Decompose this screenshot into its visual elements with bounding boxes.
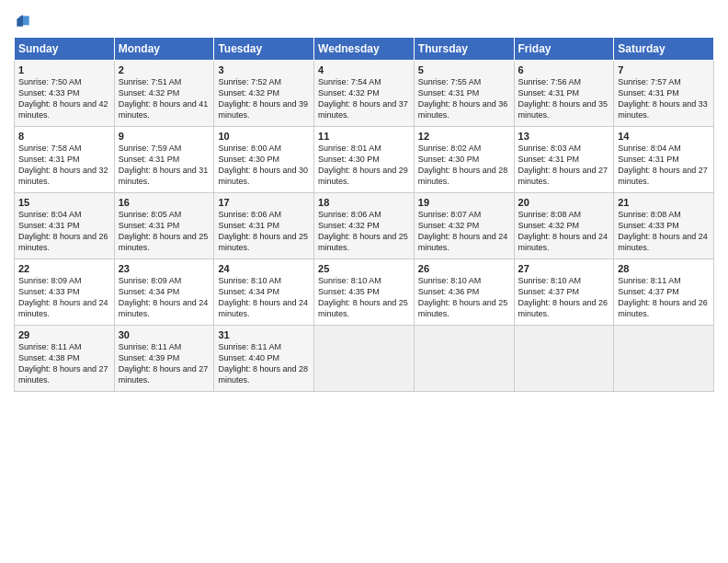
day-info: Sunrise: 8:07 AM Sunset: 4:32 PM Dayligh…	[418, 209, 510, 254]
logo-icon	[14, 13, 32, 31]
day-info: Sunrise: 7:58 AM Sunset: 4:31 PM Dayligh…	[18, 143, 110, 188]
day-cell: 18 Sunrise: 8:06 AM Sunset: 4:32 PM Dayl…	[314, 193, 415, 259]
day-cell: 4 Sunrise: 7:54 AM Sunset: 4:32 PM Dayli…	[314, 61, 415, 127]
day-cell: 10 Sunrise: 8:00 AM Sunset: 4:30 PM Dayl…	[214, 127, 314, 193]
day-cell	[314, 326, 415, 392]
day-cell	[614, 326, 714, 392]
day-number: 20	[518, 197, 610, 208]
day-info: Sunrise: 8:10 AM Sunset: 4:34 PM Dayligh…	[218, 275, 310, 320]
day-cell: 25 Sunrise: 8:10 AM Sunset: 4:35 PM Dayl…	[314, 259, 415, 326]
day-info: Sunrise: 7:56 AM Sunset: 4:31 PM Dayligh…	[518, 76, 610, 121]
day-cell: 26 Sunrise: 8:10 AM Sunset: 4:36 PM Dayl…	[414, 259, 514, 326]
day-number: 30	[119, 329, 210, 340]
day-info: Sunrise: 8:08 AM Sunset: 4:32 PM Dayligh…	[518, 209, 610, 254]
day-cell: 13 Sunrise: 8:03 AM Sunset: 4:31 PM Dayl…	[514, 127, 614, 193]
day-number: 27	[518, 263, 610, 274]
day-header-sunday: Sunday	[15, 38, 115, 61]
day-info: Sunrise: 8:04 AM Sunset: 4:31 PM Dayligh…	[618, 143, 710, 188]
week-row-3: 15 Sunrise: 8:04 AM Sunset: 4:31 PM Dayl…	[15, 193, 714, 259]
day-cell: 8 Sunrise: 7:58 AM Sunset: 4:31 PM Dayli…	[15, 127, 115, 193]
day-number: 25	[318, 263, 410, 274]
day-cell: 15 Sunrise: 8:04 AM Sunset: 4:31 PM Dayl…	[15, 193, 115, 259]
day-info: Sunrise: 8:11 AM Sunset: 4:37 PM Dayligh…	[618, 275, 710, 320]
day-info: Sunrise: 8:10 AM Sunset: 4:36 PM Dayligh…	[418, 275, 510, 320]
day-number: 1	[18, 64, 110, 75]
day-cell: 1 Sunrise: 7:50 AM Sunset: 4:33 PM Dayli…	[15, 61, 115, 127]
day-number: 10	[218, 131, 310, 142]
day-header-wednesday: Wednesday	[314, 38, 415, 61]
day-cell: 19 Sunrise: 8:07 AM Sunset: 4:32 PM Dayl…	[414, 193, 514, 259]
day-number: 19	[418, 197, 510, 208]
day-cell: 3 Sunrise: 7:52 AM Sunset: 4:32 PM Dayli…	[214, 61, 314, 127]
day-number: 16	[119, 197, 210, 208]
day-info: Sunrise: 8:01 AM Sunset: 4:30 PM Dayligh…	[318, 143, 410, 188]
logo	[14, 13, 36, 31]
day-number: 11	[318, 131, 410, 142]
day-info: Sunrise: 8:09 AM Sunset: 4:33 PM Dayligh…	[18, 275, 110, 320]
day-info: Sunrise: 8:08 AM Sunset: 4:33 PM Dayligh…	[618, 209, 710, 254]
day-cell: 5 Sunrise: 7:55 AM Sunset: 4:31 PM Dayli…	[414, 61, 514, 127]
day-number: 28	[618, 263, 710, 274]
day-header-saturday: Saturday	[614, 38, 714, 61]
day-number: 23	[119, 263, 210, 274]
day-number: 5	[418, 64, 510, 75]
day-cell: 16 Sunrise: 8:05 AM Sunset: 4:31 PM Dayl…	[114, 193, 214, 259]
day-cell: 12 Sunrise: 8:02 AM Sunset: 4:30 PM Dayl…	[414, 127, 514, 193]
day-number: 6	[518, 64, 610, 75]
day-number: 12	[418, 131, 510, 142]
day-info: Sunrise: 7:52 AM Sunset: 4:32 PM Dayligh…	[218, 76, 310, 121]
day-info: Sunrise: 8:11 AM Sunset: 4:38 PM Dayligh…	[18, 341, 110, 386]
day-cell: 30 Sunrise: 8:11 AM Sunset: 4:39 PM Dayl…	[114, 326, 214, 392]
day-number: 8	[18, 131, 110, 142]
day-cell: 31 Sunrise: 8:11 AM Sunset: 4:40 PM Dayl…	[214, 326, 314, 392]
day-cell: 28 Sunrise: 8:11 AM Sunset: 4:37 PM Dayl…	[614, 259, 714, 326]
day-info: Sunrise: 8:06 AM Sunset: 4:31 PM Dayligh…	[218, 209, 310, 254]
calendar-table: SundayMondayTuesdayWednesdayThursdayFrid…	[14, 37, 714, 392]
day-number: 13	[518, 131, 610, 142]
day-number: 14	[618, 131, 710, 142]
day-header-tuesday: Tuesday	[214, 38, 314, 61]
day-cell: 24 Sunrise: 8:10 AM Sunset: 4:34 PM Dayl…	[214, 259, 314, 326]
day-header-row: SundayMondayTuesdayWednesdayThursdayFrid…	[15, 38, 714, 61]
day-number: 7	[618, 64, 710, 75]
day-number: 15	[18, 197, 110, 208]
day-cell: 11 Sunrise: 8:01 AM Sunset: 4:30 PM Dayl…	[314, 127, 415, 193]
day-cell: 6 Sunrise: 7:56 AM Sunset: 4:31 PM Dayli…	[514, 61, 614, 127]
day-number: 2	[119, 64, 210, 75]
day-info: Sunrise: 8:03 AM Sunset: 4:31 PM Dayligh…	[518, 143, 610, 188]
day-number: 29	[18, 329, 110, 340]
day-number: 22	[18, 263, 110, 274]
day-info: Sunrise: 8:05 AM Sunset: 4:31 PM Dayligh…	[119, 209, 210, 254]
day-info: Sunrise: 8:10 AM Sunset: 4:37 PM Dayligh…	[518, 275, 610, 320]
day-number: 21	[618, 197, 710, 208]
day-cell: 17 Sunrise: 8:06 AM Sunset: 4:31 PM Dayl…	[214, 193, 314, 259]
day-cell	[414, 326, 514, 392]
day-info: Sunrise: 7:54 AM Sunset: 4:32 PM Dayligh…	[318, 76, 410, 121]
week-row-4: 22 Sunrise: 8:09 AM Sunset: 4:33 PM Dayl…	[15, 259, 714, 326]
day-cell: 14 Sunrise: 8:04 AM Sunset: 4:31 PM Dayl…	[614, 127, 714, 193]
day-number: 18	[318, 197, 410, 208]
day-number: 17	[218, 197, 310, 208]
day-header-friday: Friday	[514, 38, 614, 61]
day-cell: 22 Sunrise: 8:09 AM Sunset: 4:33 PM Dayl…	[15, 259, 115, 326]
day-cell: 2 Sunrise: 7:51 AM Sunset: 4:32 PM Dayli…	[114, 61, 214, 127]
day-info: Sunrise: 8:04 AM Sunset: 4:31 PM Dayligh…	[18, 209, 110, 254]
day-info: Sunrise: 8:11 AM Sunset: 4:39 PM Dayligh…	[119, 341, 210, 386]
day-number: 9	[119, 131, 210, 142]
week-row-1: 1 Sunrise: 7:50 AM Sunset: 4:33 PM Dayli…	[15, 61, 714, 127]
day-info: Sunrise: 8:11 AM Sunset: 4:40 PM Dayligh…	[218, 341, 310, 386]
day-header-monday: Monday	[114, 38, 214, 61]
day-header-thursday: Thursday	[414, 38, 514, 61]
day-cell	[514, 326, 614, 392]
day-info: Sunrise: 8:10 AM Sunset: 4:35 PM Dayligh…	[318, 275, 410, 320]
day-number: 4	[318, 64, 410, 75]
day-info: Sunrise: 8:00 AM Sunset: 4:30 PM Dayligh…	[218, 143, 310, 188]
day-number: 3	[218, 64, 310, 75]
day-info: Sunrise: 7:55 AM Sunset: 4:31 PM Dayligh…	[418, 76, 510, 121]
day-cell: 21 Sunrise: 8:08 AM Sunset: 4:33 PM Dayl…	[614, 193, 714, 259]
day-info: Sunrise: 7:59 AM Sunset: 4:31 PM Dayligh…	[119, 143, 210, 188]
day-info: Sunrise: 7:57 AM Sunset: 4:31 PM Dayligh…	[618, 76, 710, 121]
day-info: Sunrise: 7:50 AM Sunset: 4:33 PM Dayligh…	[18, 76, 110, 121]
day-cell: 9 Sunrise: 7:59 AM Sunset: 4:31 PM Dayli…	[114, 127, 214, 193]
week-row-2: 8 Sunrise: 7:58 AM Sunset: 4:31 PM Dayli…	[15, 127, 714, 193]
